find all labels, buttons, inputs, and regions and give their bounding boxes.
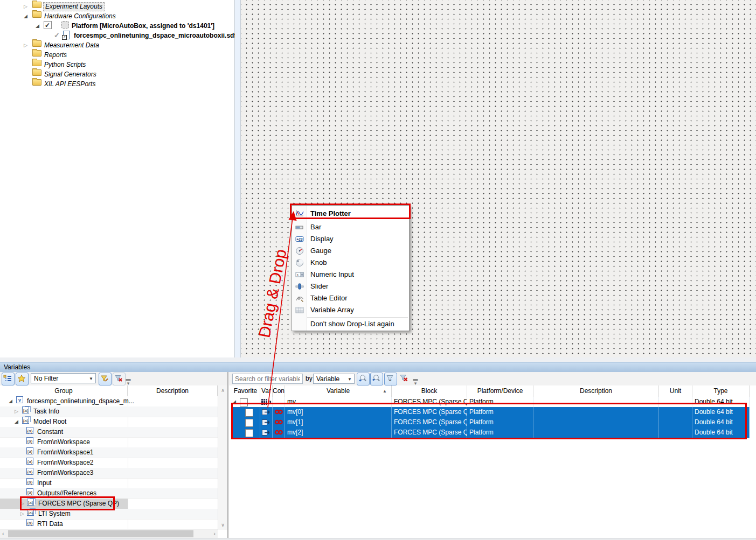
search-next-button[interactable] xyxy=(357,373,370,385)
tree-item-label[interactable]: Signal Generators xyxy=(44,69,96,79)
group-item-label[interactable]: FORCES MPC (Sparse QP) xyxy=(38,499,119,509)
scroll-down-icon[interactable]: ∨ xyxy=(218,522,227,528)
menu-item-label[interactable]: Don't show Drop-List again xyxy=(310,318,394,330)
tree-item-platform[interactable]: ◢ Platform [MicroAutoBox, assigned to 'd… xyxy=(0,21,234,31)
group-item-outputs-references[interactable]: {a} Outputs//References xyxy=(0,488,218,499)
explorer-scrollbar[interactable] xyxy=(235,0,241,357)
tree-item-label[interactable]: Experiment Layouts xyxy=(43,2,105,11)
toolbar-overflow-icon[interactable]: ▬▾ xyxy=(413,377,418,385)
wildcard-filter-button[interactable]: w xyxy=(384,373,397,385)
group-item-fromworkspace1[interactable]: {a} From\nWorkspace1 xyxy=(0,447,218,458)
group-item-fromworkspace2[interactable]: {a} From\nWorkspace2 xyxy=(0,458,218,468)
panel-splitter[interactable] xyxy=(0,357,756,362)
filter-select[interactable]: No Filter ▼ xyxy=(31,373,96,383)
tree-item-label[interactable]: Platform [MicroAutoBox, assigned to 'ds1… xyxy=(72,21,214,31)
scroll-left-icon[interactable]: ‹ xyxy=(2,530,4,537)
cell-description[interactable] xyxy=(533,407,659,417)
scroll-up-icon[interactable]: ∧ xyxy=(218,388,227,393)
tree-item-hardware-configurations[interactable]: ◢ Hardware Configurations xyxy=(0,11,234,21)
group-item-lti-system[interactable]: ▷ {a} LTI System xyxy=(0,509,218,520)
favorite-checkbox[interactable] xyxy=(245,429,253,437)
group-tree-vertical-scrollbar[interactable]: ∧ ∨ xyxy=(218,385,227,530)
menu-item-knob[interactable]: Knob xyxy=(292,257,409,269)
chevron-right-icon[interactable]: ▷ xyxy=(20,509,24,519)
toolbar-overflow-icon[interactable]: ▬▾ xyxy=(126,377,131,385)
tree-item-label[interactable]: Reports xyxy=(44,50,67,60)
cell-variable[interactable]: mv xyxy=(285,397,392,407)
column-header-description[interactable]: Description xyxy=(128,385,218,396)
group-item-task-info[interactable]: ▷ {a} Task Info xyxy=(0,406,218,417)
variable-row-mv0[interactable]: mv[0] FORCES MPC (Sparse Q... Platform D… xyxy=(231,407,750,418)
cell-unit[interactable] xyxy=(659,407,692,417)
group-item-label[interactable]: From\nWorkspace3 xyxy=(37,468,93,478)
cell-platform[interactable]: Platform xyxy=(467,417,533,427)
cell-type[interactable]: Double 64 bit xyxy=(692,397,750,407)
column-header-unit[interactable]: Unit xyxy=(659,385,692,397)
variable-row-mv2[interactable]: mv[2] FORCES MPC (Sparse Q... Platform D… xyxy=(231,427,750,438)
tree-item-xil-api-eesports[interactable]: XIL API EESPorts xyxy=(0,79,234,89)
cell-variable[interactable]: mv[1] xyxy=(285,417,392,427)
cell-unit[interactable] xyxy=(659,427,692,438)
variable-row-mv1[interactable]: mv[1] FORCES MPC (Sparse Q... Platform D… xyxy=(231,417,750,428)
column-header-con[interactable]: Con xyxy=(273,385,285,397)
cell-block[interactable]: FORCES MPC (Sparse Q... xyxy=(392,417,467,427)
column-header-variable[interactable]: Variable ▲ xyxy=(285,385,392,397)
triangle-expanded-icon[interactable]: ◢ xyxy=(9,396,12,406)
group-item-label[interactable]: Task Info xyxy=(33,406,59,417)
menu-item-label[interactable]: Slider xyxy=(310,280,328,292)
group-item-label[interactable]: Model Root xyxy=(33,417,66,427)
menu-item-label[interactable]: Time Plotter xyxy=(310,207,351,221)
group-item-input[interactable]: {a} Input xyxy=(0,478,218,489)
cell-variable[interactable]: mv[0] xyxy=(285,407,392,417)
group-item-fromworkspace3[interactable]: {a} From\nWorkspace3 xyxy=(0,468,218,479)
group-item-fromworkspace[interactable]: {a} From\nWorkspace xyxy=(0,437,218,448)
search-previous-button[interactable] xyxy=(370,373,383,385)
variable-row-mv[interactable]: ◢ mv FORCES MPC (Sparse Q... Platform Do… xyxy=(231,397,750,408)
favorites-button[interactable] xyxy=(16,373,29,385)
column-header-favorite[interactable]: Favorite xyxy=(231,385,260,397)
cell-type[interactable]: Double 64 bit xyxy=(692,427,750,438)
column-header-group[interactable]: Group xyxy=(0,385,128,396)
menu-item-time-plotter[interactable]: Time Plotter xyxy=(292,207,409,221)
triangle-expanded-icon[interactable]: ◢ xyxy=(232,397,236,407)
cell-description[interactable] xyxy=(533,397,659,407)
group-item-label[interactable]: Constant xyxy=(37,427,63,437)
menu-item-label[interactable]: Variable Array xyxy=(310,304,354,316)
cell-type[interactable]: Double 64 bit xyxy=(692,407,750,417)
tree-item-label[interactable]: forcesmpc_onlinetuning_dspace_microautob… xyxy=(74,31,236,40)
tree-item-label[interactable]: Python Scripts xyxy=(44,60,86,69)
group-item-model-root[interactable]: ◢ {a} Model Root xyxy=(0,417,218,427)
group-tree-horizontal-scrollbar[interactable]: ‹ › xyxy=(0,530,218,538)
column-header-platform-device[interactable]: Platform/Device xyxy=(467,385,533,397)
chevron-right-icon[interactable]: ▷ xyxy=(15,406,18,417)
menu-item-label[interactable]: Display xyxy=(310,233,334,245)
column-header-block[interactable]: Block xyxy=(392,385,467,397)
favorite-checkbox[interactable] xyxy=(240,398,248,406)
cell-platform[interactable]: Platform xyxy=(467,397,533,407)
menu-item-numeric-input[interactable]: 1 Numeric Input xyxy=(292,269,409,280)
menu-item-label[interactable]: Numeric Input xyxy=(310,269,354,280)
group-item-label[interactable]: RTI Data xyxy=(37,519,63,529)
cell-type[interactable]: Double 64 bit xyxy=(692,417,750,427)
platform-checkbox[interactable] xyxy=(44,21,52,29)
menu-item-label[interactable]: Table Editor xyxy=(310,292,348,304)
scrollbar-thumb[interactable] xyxy=(8,530,193,537)
cell-variable[interactable]: mv[2] xyxy=(285,427,392,438)
menu-item-display[interactable]: +23 Display xyxy=(292,233,409,245)
menu-item-bar[interactable]: Bar xyxy=(292,221,409,233)
group-item-root[interactable]: ◢ v forcesmpc_onlinetuning_dspace_m... xyxy=(0,396,218,407)
menu-item-label[interactable]: Bar xyxy=(310,221,321,233)
triangle-expanded-icon[interactable]: ◢ xyxy=(24,11,27,21)
favorite-checkbox[interactable] xyxy=(245,409,253,417)
menu-item-label[interactable]: Knob xyxy=(310,257,327,269)
cell-block[interactable]: FORCES MPC (Sparse Q... xyxy=(392,397,467,407)
group-item-label[interactable]: From\nWorkspace1 xyxy=(37,447,93,458)
cell-block[interactable]: FORCES MPC (Sparse Q... xyxy=(392,407,467,417)
tree-item-label[interactable]: Hardware Configurations xyxy=(44,11,116,21)
search-input[interactable] xyxy=(232,374,303,384)
chevron-right-icon[interactable]: ▷ xyxy=(24,40,27,50)
favorite-checkbox[interactable] xyxy=(245,419,253,427)
group-item-label[interactable]: LTI System xyxy=(38,509,71,519)
edit-filter-button[interactable] xyxy=(99,373,112,385)
cell-block[interactable]: FORCES MPC (Sparse Q... xyxy=(392,427,467,438)
